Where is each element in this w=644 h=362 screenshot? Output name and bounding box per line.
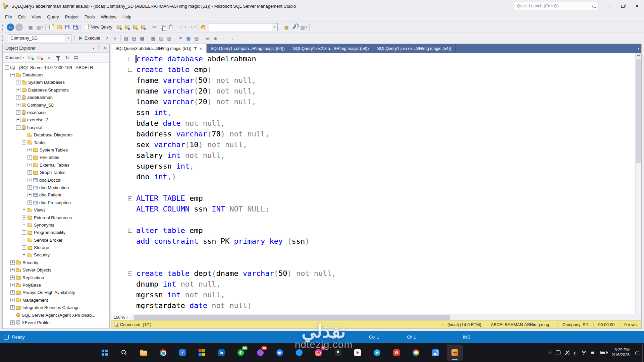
expand-icon[interactable]: + xyxy=(10,276,15,280)
volume-icon[interactable] xyxy=(591,351,596,355)
code-line[interactable]: add constraint ssn_PK primary key (ssn) xyxy=(111,236,635,247)
code-line[interactable]: dnump int not null, xyxy=(111,279,635,290)
split-editor-handle[interactable] xyxy=(636,53,641,58)
expand-icon[interactable]: + xyxy=(22,208,26,212)
combo-dropdown-icon[interactable]: ▾ xyxy=(65,35,71,42)
vertical-scrollbar[interactable] xyxy=(635,53,641,314)
tree-item-management[interactable]: +Management xyxy=(3,296,109,304)
redo-icon[interactable]: ↷ xyxy=(187,23,195,31)
show-desktop-button[interactable] xyxy=(642,343,644,362)
tab-2[interactable]: SQLQuery1 compan...H\mg magic (60)) xyxy=(207,44,289,53)
tree-item-exercise-2[interactable]: +exercise_2 xyxy=(3,116,109,124)
menu-window[interactable]: Window xyxy=(98,13,119,21)
collapse-icon[interactable]: − xyxy=(22,140,26,145)
results-to-file-icon[interactable]: ▤ xyxy=(193,34,201,42)
expand-icon[interactable]: + xyxy=(16,80,20,84)
close-tab-icon[interactable]: × xyxy=(199,46,202,51)
taskbar-todo[interactable]: ✓ xyxy=(174,345,191,361)
menu-file[interactable]: File xyxy=(2,13,15,21)
connect-button[interactable]: Connect ▾ xyxy=(5,55,24,60)
template-explorer-icon[interactable]: ▦ xyxy=(282,23,290,31)
tree-item-databases[interactable]: −Databases xyxy=(3,71,109,78)
tree-item-sql-server-agent-agent-xps-disab[interactable]: SQL Server Agent (Agent XPs disab... xyxy=(3,311,109,319)
code-line[interactable] xyxy=(111,182,635,193)
tree-item-abdelrahman[interactable]: +abdelrahman xyxy=(3,94,109,101)
connect-server-icon[interactable] xyxy=(36,54,44,62)
tree-item-graph-tables[interactable]: +Graph Tables xyxy=(3,169,109,176)
results-to-grid-icon[interactable]: ▦ xyxy=(184,34,193,42)
query-options-icon[interactable]: ▤ xyxy=(130,34,138,42)
tools-icon[interactable] xyxy=(290,23,299,31)
expand-icon[interactable]: + xyxy=(10,320,15,325)
solution-explorer-icon[interactable]: ▥ xyxy=(35,23,43,31)
available-databases-combo[interactable]: Company_SD▾ xyxy=(8,34,71,42)
parse-icon[interactable]: ✓ xyxy=(103,34,111,42)
undo-icon[interactable]: ↶ xyxy=(177,23,185,31)
taskbar-photos[interactable] xyxy=(427,345,443,361)
code-line[interactable]: create database abdelrahman xyxy=(111,54,635,64)
tree-item-company-sd[interactable]: +Company_SD xyxy=(3,101,109,109)
expand-icon[interactable]: + xyxy=(28,193,32,197)
code-line[interactable]: mgrssn int not null, xyxy=(111,290,635,300)
tree-item-database-snapshots[interactable]: +Database Snapshots xyxy=(3,86,109,94)
tree-item-server-objects[interactable]: +Server Objects xyxy=(3,266,109,274)
tree-item-external-tables[interactable]: +External Tables xyxy=(3,161,109,169)
registered-servers-icon[interactable]: ▦ xyxy=(26,23,35,31)
taskbar-wps-office[interactable]: W xyxy=(388,345,405,361)
new-file-icon[interactable] xyxy=(47,23,55,31)
fold-collapse-icon[interactable] xyxy=(128,196,132,200)
pin-tab-icon[interactable] xyxy=(194,47,197,50)
taskbar-chat-app[interactable]: 10 xyxy=(252,345,268,361)
menu-project[interactable]: Project xyxy=(62,13,82,21)
taskbar-linkedin[interactable]: in xyxy=(213,345,229,361)
find-combo[interactable]: ▾ xyxy=(209,23,278,31)
battery-icon[interactable] xyxy=(600,351,607,354)
tab-3[interactable]: SQLQuery1 ex2.3 a...SH\mg magic (58)) xyxy=(289,44,373,53)
increase-indent-icon[interactable]: → xyxy=(228,34,236,42)
taskbar-video-editor[interactable] xyxy=(350,345,366,361)
tree-item-sql-server-14-0-1000-169-abdelr[interactable]: −. (SQL Server 14.0.1000.169 - ABDELR... xyxy=(3,64,109,71)
combo-dropdown-icon[interactable]: ▾ xyxy=(272,23,277,31)
menu-tools[interactable]: Tools xyxy=(82,13,98,21)
tree-item-dbo-doctor[interactable]: +dbo.Doctor xyxy=(3,176,109,184)
copy-icon[interactable] xyxy=(158,23,166,31)
code-line[interactable]: salary int not null, xyxy=(111,150,635,161)
fold-collapse-icon[interactable] xyxy=(128,68,132,72)
tray-expand-icon[interactable] xyxy=(548,351,552,355)
dropdown-caret-icon[interactable]: ▾ xyxy=(194,25,196,28)
tree-item-filetables[interactable]: +FileTables xyxy=(3,154,109,161)
new-query-button[interactable]: New Query xyxy=(82,23,115,31)
collapse-icon[interactable]: − xyxy=(16,125,20,130)
sql-code-editor[interactable]: create database abdelrahmancreate table … xyxy=(111,53,635,314)
taskbar-search[interactable] xyxy=(116,345,132,361)
expand-icon[interactable]: + xyxy=(22,223,26,227)
tree-item-hospital[interactable]: −hospital xyxy=(3,124,109,131)
estimated-plan-icon[interactable]: ▧ xyxy=(122,34,130,42)
menu-edit[interactable]: Edit xyxy=(15,13,29,21)
tree-item-programmability[interactable]: +Programmability xyxy=(3,229,109,236)
expand-icon[interactable]: + xyxy=(10,260,15,265)
code-line[interactable]: create table dept(dname varchar(50) not … xyxy=(111,268,635,279)
tree-item-synonyms[interactable]: +Synonyms xyxy=(3,221,109,229)
expand-icon[interactable]: + xyxy=(28,170,32,175)
code-line[interactable]: fname varchar(50) not null, xyxy=(111,75,635,86)
toolbar-grip[interactable] xyxy=(2,23,4,31)
tree-item-polybase[interactable]: +PolyBase xyxy=(3,281,109,289)
stop-icon[interactable]: ■ xyxy=(45,54,53,62)
code-line[interactable]: lname varchar(20) not null, xyxy=(111,97,635,107)
expand-icon[interactable]: + xyxy=(22,245,26,250)
expand-icon[interactable]: + xyxy=(22,216,26,220)
keyboard-language-indicator[interactable]: ع xyxy=(574,350,576,355)
code-line[interactable]: ALTER TABLE emp xyxy=(111,193,635,204)
minimize-button[interactable] xyxy=(602,0,616,12)
xmla-query-icon[interactable] xyxy=(139,23,147,31)
taskbar-ssms[interactable] xyxy=(447,345,463,361)
taskbar-obs[interactable] xyxy=(330,345,346,361)
wifi-icon[interactable] xyxy=(581,351,587,355)
results-to-text-icon[interactable]: ≡ xyxy=(176,34,184,42)
menu-help[interactable]: Help xyxy=(119,13,135,21)
tree-item-service-broker[interactable]: +Service Broker xyxy=(3,236,109,244)
code-line[interactable]: superssn int, xyxy=(111,161,635,172)
code-line[interactable]: ssn int, xyxy=(111,107,635,118)
pin-icon[interactable] xyxy=(97,47,101,50)
